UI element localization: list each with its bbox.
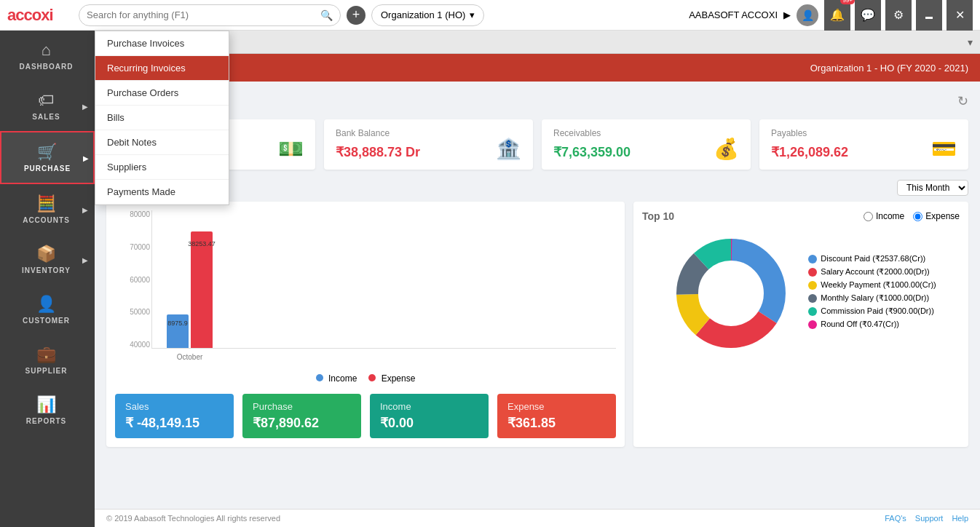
sidebar-item-purchase[interactable]: 🛒 PURCHASE ▶ xyxy=(0,131,95,184)
menu-item-recurring-invoices[interactable]: Recurring Invoices xyxy=(95,56,229,81)
search-input[interactable] xyxy=(87,9,320,20)
copyright: © 2019 Aabasoft Technologies All rights … xyxy=(106,514,280,523)
main-layout: ⌂ DASHBOARD 🏷 SALES ▶ 🛒 PURCHASE ▶ 🧮 ACC… xyxy=(0,31,980,527)
faq-link[interactable]: FAQ's xyxy=(885,514,906,523)
logo: accoxi xyxy=(7,6,73,25)
radio-group: Income Expense xyxy=(864,211,960,221)
sidebar-label-supplier: SUPPLIER xyxy=(25,367,67,375)
bars-container: 8975.9 38253.47 October xyxy=(151,210,616,349)
refresh-button[interactable]: ↻ xyxy=(957,93,968,109)
user-name: AABASOFT ACCOXI xyxy=(689,9,778,20)
receivables-icon: 💰 xyxy=(714,137,739,161)
income-bar-value: 8975.9 xyxy=(167,320,188,327)
support-link[interactable]: Support xyxy=(915,514,944,523)
menu-item-suppliers[interactable]: Suppliers xyxy=(95,155,229,180)
sidebar-item-reports[interactable]: 📊 REPORTS xyxy=(0,385,95,435)
help-link[interactable]: Help xyxy=(952,514,968,523)
tab-dropdown-icon[interactable]: ▾ xyxy=(960,36,980,48)
legend-label-weekly: Weekly Payment (₹1000.00(Cr)) xyxy=(821,280,936,290)
legend-color-weekly xyxy=(808,281,817,290)
menu-item-bills[interactable]: Bills xyxy=(95,106,229,130)
sidebar-item-dashboard[interactable]: ⌂ DASHBOARD xyxy=(0,31,95,81)
legend-label-commission: Commission Paid (₹900.00(Dr)) xyxy=(821,306,934,316)
legend-item-weekly: Weekly Payment (₹1000.00(Cr)) xyxy=(808,280,936,290)
menu-item-purchase-invoices[interactable]: Purchase Invoices xyxy=(95,31,229,56)
footer: © 2019 Aabasoft Technologies All rights … xyxy=(95,509,980,527)
period-select[interactable]: This Month Last Month This Year xyxy=(897,180,968,196)
expense-radio-label[interactable]: Expense xyxy=(913,211,960,221)
close-button[interactable]: ✕ xyxy=(947,0,973,31)
sidebar-label-dashboard: DASHBOARD xyxy=(20,63,74,71)
sidebar-label-sales: SALES xyxy=(32,113,60,121)
bank-balance-card: Bank Balance 🏦 ₹38,888.73 Dr xyxy=(324,119,533,170)
expense-summary-card: Expense ₹361.85 xyxy=(497,394,616,438)
purchase-dropdown-menu: Purchase Invoices Recurring Invoices Pur… xyxy=(95,31,229,205)
bank-icon: 🏦 xyxy=(496,137,521,161)
reports-icon: 📊 xyxy=(36,395,57,414)
expense-value: ₹361.85 xyxy=(507,415,606,431)
sales-summary-card: Sales ₹ -48,149.15 xyxy=(115,394,234,438)
income-radio[interactable] xyxy=(864,212,873,221)
bank-balance-title: Bank Balance xyxy=(336,128,521,138)
expense-bar-value: 38253.47 xyxy=(188,240,216,247)
legend-item-discount: Discount Paid (₹2537.68(Cr)) xyxy=(808,254,936,264)
notification-badge: 99+ xyxy=(840,0,855,4)
add-button[interactable]: + xyxy=(347,6,365,25)
legend-item-monthly: Monthly Salary (₹1000.00(Dr)) xyxy=(808,293,936,303)
search-bar[interactable]: 🔍 xyxy=(79,4,341,26)
user-section: AABASOFT ACCOXI ▶ 👤 xyxy=(689,4,818,26)
accounts-icon: 🧮 xyxy=(36,194,57,213)
sales-arrow-icon: ▶ xyxy=(82,102,89,110)
avatar[interactable]: 👤 xyxy=(797,4,818,26)
income-radio-label[interactable]: Income xyxy=(864,211,904,221)
sidebar-item-inventory[interactable]: 📦 INVENTORY ▶ xyxy=(0,234,95,285)
expense-bar: 38253.47 xyxy=(191,231,213,348)
expense-radio[interactable] xyxy=(913,212,922,221)
bar-month-label: October xyxy=(177,353,203,361)
sidebar-label-purchase: PURCHASE xyxy=(24,165,71,173)
top10-title: Top 10 xyxy=(642,210,674,222)
org-selector[interactable]: Organization 1 (HO) ▾ xyxy=(371,4,484,26)
minimize-button[interactable]: 🗕 xyxy=(916,0,942,31)
sidebar-item-supplier[interactable]: 💼 SUPPLIER xyxy=(0,335,95,385)
chat-button[interactable]: 💬 xyxy=(855,0,881,31)
expense-legend-dot xyxy=(368,374,376,381)
sidebar-label-inventory: INVENTORY xyxy=(22,266,71,274)
payables-card: Payables 💳 ₹1,26,089.62 xyxy=(759,119,968,170)
income-label: Income xyxy=(380,401,478,412)
accounts-arrow-icon: ▶ xyxy=(82,205,89,213)
income-value: ₹0.00 xyxy=(380,415,478,431)
income-summary-card: Income ₹0.00 xyxy=(370,394,489,438)
arrow-right-icon: ▶ xyxy=(783,9,791,20)
bar-chart-legend: Income Expense xyxy=(115,373,616,384)
notification-button[interactable]: 🔔 99+ xyxy=(824,0,850,31)
settings-button[interactable]: ⚙ xyxy=(885,0,912,31)
expense-legend: Expense xyxy=(368,373,415,384)
income-bar: 8975.9 xyxy=(167,314,189,348)
legend-color-salary xyxy=(808,268,817,277)
supplier-icon: 💼 xyxy=(36,345,57,364)
cash-icon: 💵 xyxy=(278,137,304,161)
purchase-summary-card: Purchase ₹87,890.62 xyxy=(242,394,361,438)
sales-label: Sales xyxy=(125,401,224,412)
charts-section: 80000 70000 60000 50000 40000 8975.9 xyxy=(106,202,968,447)
legend-item-commission: Commission Paid (₹900.00(Dr)) xyxy=(808,306,936,316)
payables-icon: 💳 xyxy=(931,137,957,161)
chart-header: This Month Last Month This Year xyxy=(106,180,968,196)
org-name: Organization 1 (HO) xyxy=(381,9,465,20)
sidebar-item-accounts[interactable]: 🧮 ACCOUNTS ▶ xyxy=(0,184,95,234)
menu-item-debit-notes[interactable]: Debit Notes xyxy=(95,130,229,155)
donut-chart-svg xyxy=(665,228,797,359)
menu-item-purchase-orders[interactable]: Purchase Orders xyxy=(95,81,229,106)
sidebar-item-customer[interactable]: 👤 CUSTOMER xyxy=(0,285,95,335)
bar-group-october: 8975.9 38253.47 October xyxy=(167,231,213,348)
inventory-arrow-icon: ▶ xyxy=(82,255,89,264)
menu-item-payments-made[interactable]: Payments Made xyxy=(95,180,229,205)
org-info: Organization 1 - HO (FY 2020 - 2021) xyxy=(810,63,968,74)
bar-chart-area: 80000 70000 60000 50000 40000 8975.9 xyxy=(115,210,616,371)
income-legend: Income xyxy=(316,373,357,384)
sidebar-item-sales[interactable]: 🏷 SALES ▶ xyxy=(0,81,95,131)
receivables-title: Receivables xyxy=(553,128,739,138)
legend-item-roundoff: Round Off (₹0.47(Cr)) xyxy=(808,320,936,329)
sales-icon: 🏷 xyxy=(38,91,55,110)
